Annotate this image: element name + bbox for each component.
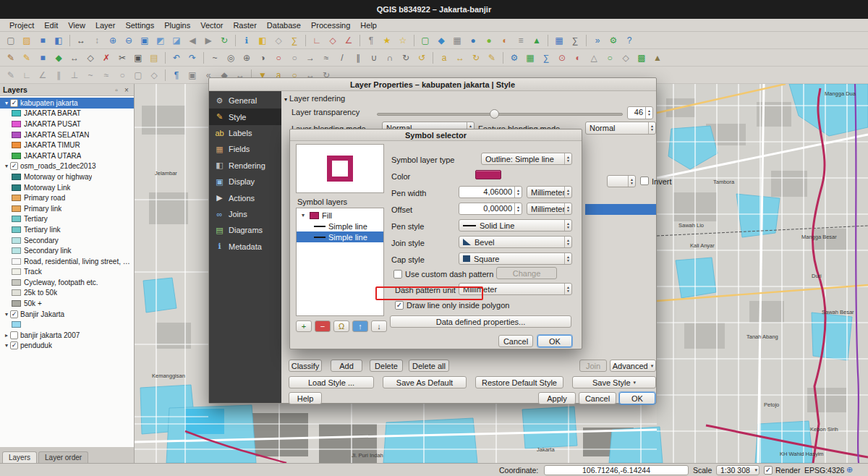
- interpolation-icon[interactable]: △: [587, 51, 601, 65]
- split-parts-icon[interactable]: ∥: [351, 51, 365, 65]
- layer-class-row[interactable]: Cycleway, footpath etc.: [0, 277, 134, 288]
- layer-class-row[interactable]: [0, 319, 134, 330]
- layer-row[interactable]: ▾✓Banjir Jakarta: [0, 309, 134, 320]
- menu-plugins[interactable]: Plugins: [159, 20, 195, 30]
- help-contents-icon[interactable]: ?: [622, 33, 637, 48]
- zoom-next-icon[interactable]: ▶: [201, 33, 216, 48]
- layer-class-row[interactable]: 50k +: [0, 298, 134, 309]
- expand-arrow-icon[interactable]: ▾: [3, 311, 10, 318]
- cap-style-combo[interactable]: Square ▲▼: [459, 252, 572, 265]
- add-part-icon[interactable]: ⊕: [239, 51, 254, 65]
- layer-class-row[interactable]: JAKARTA PUSAT: [0, 119, 134, 129]
- transparency-spinbox[interactable]: 46 ▲▼: [627, 106, 653, 119]
- perpendicular-constraint-icon[interactable]: ⊥: [67, 68, 82, 82]
- pan-map-icon[interactable]: ↔: [74, 33, 88, 48]
- help-button[interactable]: Help: [289, 392, 322, 404]
- identify-features-icon[interactable]: ℹ: [239, 33, 254, 48]
- draw-inside-checkbox[interactable]: ✓: [395, 301, 404, 310]
- construction-mode-icon[interactable]: ∠: [35, 68, 50, 82]
- tab-layers[interactable]: Layers: [2, 451, 37, 463]
- window-titlebar[interactable]: QGIS b834922 – Jakarta-banjir: [0, 0, 868, 19]
- advanced-button[interactable]: Advanced ▾: [610, 360, 656, 372]
- toggle-editing-icon[interactable]: ✎: [20, 51, 34, 65]
- close-panel-icon[interactable]: ×: [122, 86, 131, 94]
- layer-class-row[interactable]: JAKARTA SELATAN: [0, 129, 134, 140]
- transparency-slider[interactable]: [377, 109, 623, 119]
- crs-status-icon[interactable]: ⊕: [846, 465, 853, 475]
- layer-row[interactable]: ▸banjir jakarta 2007: [0, 330, 134, 341]
- layer-class-row[interactable]: Motorway Link: [0, 182, 134, 193]
- paste-features-icon[interactable]: ▤: [147, 51, 161, 65]
- georeferencer-icon[interactable]: ⊙: [555, 51, 569, 65]
- fill-ring-icon[interactable]: ◑: [255, 51, 270, 65]
- dxf-tools-icon[interactable]: ◇: [618, 51, 633, 65]
- open-project-icon[interactable]: ▨: [20, 33, 34, 48]
- properties-tab-style[interactable]: ✎Style: [209, 109, 281, 124]
- node-tool-icon[interactable]: ◇: [83, 51, 98, 65]
- field-calculator-icon[interactable]: ∑: [568, 33, 582, 48]
- load-style-button[interactable]: Load Style ...: [289, 376, 374, 388]
- delete-selected-icon[interactable]: ✗: [99, 51, 114, 65]
- properties-tab-joins[interactable]: ∞Joins: [209, 206, 281, 222]
- map-tips-icon[interactable]: ¶: [364, 33, 378, 48]
- remove-symbol-layer-button[interactable]: −: [315, 320, 331, 332]
- expand-arrow-icon[interactable]: ▾: [3, 342, 10, 349]
- layer-class-row[interactable]: JAKARTA BARAT: [0, 109, 134, 119]
- select-by-expression-icon[interactable]: ∑: [287, 33, 302, 48]
- hidden-combo-fragment[interactable]: ▲▼: [607, 175, 636, 187]
- invert-checkbox[interactable]: [640, 177, 649, 185]
- properties-tab-actions[interactable]: ▶Actions: [209, 190, 281, 205]
- layer-row[interactable]: ▾✓kabupaten jakarta: [0, 98, 134, 109]
- save-project-as-icon[interactable]: ◧: [51, 33, 66, 48]
- save-style-button[interactable]: Save Style ▾: [572, 376, 656, 388]
- allow-digitizing-icon[interactable]: ✎: [4, 68, 18, 82]
- pen-width-spinbox[interactable]: 4,06000 ▲▼: [459, 186, 522, 198]
- add-delimited-text-layer-icon[interactable]: ≡: [514, 33, 528, 48]
- add-feature-icon[interactable]: ◆: [51, 51, 66, 65]
- text-annotation-icon[interactable]: ¶: [169, 68, 184, 82]
- new-layer-icon[interactable]: ▢: [418, 33, 433, 48]
- properties-tab-metadata[interactable]: ℹMetadata: [209, 239, 281, 255]
- symbol-layer-type-combo[interactable]: Outline: Simple line ▲▼: [481, 153, 572, 165]
- add-wms-layer-icon[interactable]: ◐: [498, 33, 512, 48]
- custom-dash-checkbox[interactable]: [393, 270, 402, 279]
- add-raster-layer-icon[interactable]: ▦: [450, 33, 464, 48]
- expand-arrow-icon[interactable]: ▸: [3, 332, 10, 339]
- properties-tab-diagrams[interactable]: ▤Diagrams: [209, 222, 281, 238]
- statistics-icon[interactable]: ∑: [539, 51, 553, 65]
- menu-raster[interactable]: Raster: [228, 20, 261, 30]
- lp-ok-button[interactable]: OK: [619, 392, 655, 404]
- layer-class-row[interactable]: 25k to 50k: [0, 288, 134, 299]
- offset-unit-combo[interactable]: Millimeter ▲▼: [527, 203, 572, 215]
- float-panel-icon[interactable]: ▫: [112, 86, 121, 94]
- layer-class-row[interactable]: Tertiary: [0, 214, 134, 225]
- parallel-constraint-icon[interactable]: ∥: [51, 68, 66, 82]
- refresh-map-icon[interactable]: ↻: [217, 33, 231, 48]
- expand-arrow-icon[interactable]: ▾: [3, 100, 10, 106]
- classify-button[interactable]: Classify: [289, 360, 322, 372]
- menu-help[interactable]: Help: [355, 20, 382, 30]
- simplify-feature-icon[interactable]: ~: [208, 51, 222, 65]
- dash-pattern-unit-combo[interactable]: Millimeter ▲▼: [459, 283, 572, 295]
- layer-class-row[interactable]: JAKARTA TIMUR: [0, 140, 134, 150]
- menu-edit[interactable]: Edit: [39, 20, 63, 30]
- delete-part-icon[interactable]: ○: [287, 51, 302, 65]
- zoom-to-layer-icon[interactable]: ◪: [169, 33, 184, 48]
- rotate-point-symbols-icon[interactable]: ↺: [414, 51, 429, 65]
- python-console-icon[interactable]: »: [590, 33, 605, 48]
- render-checkbox[interactable]: ✓: [764, 466, 773, 475]
- rotate-feature-icon[interactable]: ↻: [399, 51, 413, 65]
- zoom-in-icon[interactable]: ⊕: [106, 33, 120, 48]
- deselect-features-icon[interactable]: ◇: [271, 33, 286, 48]
- redo-icon[interactable]: ↷: [185, 51, 200, 65]
- layer-visibility-checkbox[interactable]: ✓: [10, 310, 18, 318]
- move-feature-icon[interactable]: ↔: [67, 51, 82, 65]
- change-label-icon[interactable]: ✎: [485, 51, 499, 65]
- labeling-icon[interactable]: a: [437, 51, 451, 65]
- menu-settings[interactable]: Settings: [120, 20, 159, 30]
- selected-category-row[interactable]: [585, 204, 656, 215]
- layer-class-row[interactable]: Track: [0, 267, 134, 278]
- circle-tool-icon[interactable]: ○: [115, 68, 129, 82]
- tab-layer-order[interactable]: Layer order: [38, 451, 88, 463]
- properties-tab-fields[interactable]: ▦Fields: [209, 141, 281, 157]
